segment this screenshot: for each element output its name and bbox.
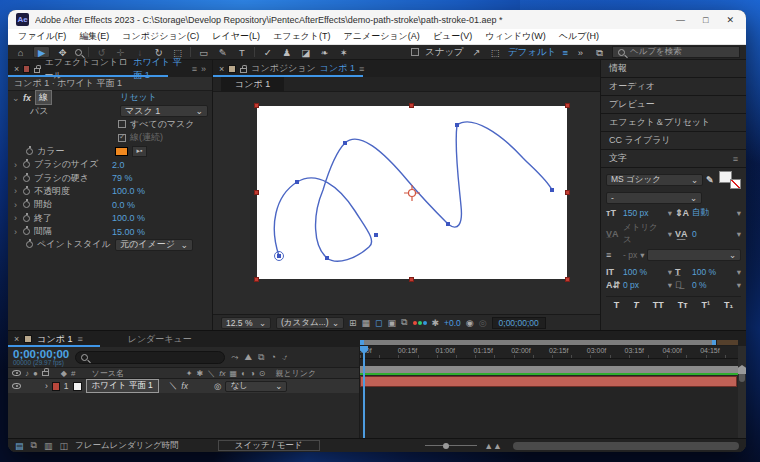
path-vertex[interactable] bbox=[374, 233, 378, 237]
eraser-tool-icon[interactable]: ◪ bbox=[299, 46, 312, 59]
composition-canvas[interactable] bbox=[257, 106, 567, 279]
draft-3d-icon[interactable]: ⛰ bbox=[244, 352, 252, 363]
path-vertex[interactable] bbox=[446, 222, 450, 226]
viewer-tab-comp1[interactable]: コンポ 1 bbox=[221, 77, 284, 92]
horizontal-scrollbar[interactable] bbox=[513, 442, 739, 450]
font-size-value[interactable]: 150 px bbox=[623, 208, 665, 218]
path-vertex[interactable] bbox=[295, 180, 299, 184]
toolbar-overflow-chevron[interactable]: » bbox=[574, 46, 587, 59]
type-tool-icon[interactable]: T bbox=[235, 46, 248, 59]
tsume-value[interactable]: 0 % bbox=[692, 280, 734, 290]
stopwatch-icon[interactable] bbox=[23, 201, 30, 208]
pixel-aspect-icon[interactable]: ↗ bbox=[470, 46, 483, 59]
chevron-down-icon[interactable]: ▾ bbox=[668, 229, 672, 239]
leading-value[interactable]: 自動 bbox=[692, 207, 734, 219]
workspace-menu-icon[interactable]: ≡ bbox=[562, 47, 568, 58]
stopwatch-icon[interactable] bbox=[26, 241, 33, 248]
chevron-down-icon[interactable]: ▾ bbox=[737, 267, 741, 277]
layer-duration-bar[interactable] bbox=[360, 376, 737, 387]
panel-menu-icon[interactable]: ≡ bbox=[192, 64, 197, 74]
paint-style-dropdown[interactable]: 元のイメージ ⌄ bbox=[115, 239, 193, 251]
minimize-button[interactable]: — bbox=[676, 15, 685, 25]
hide-shy-layers-icon[interactable]: ⧉ bbox=[258, 352, 264, 363]
workspace-selector[interactable]: デフォルト bbox=[508, 46, 557, 59]
chevron-down-icon[interactable]: ▾ bbox=[737, 280, 741, 290]
chevron-down-icon[interactable]: ▾ bbox=[668, 267, 672, 277]
effect-name[interactable]: 線 bbox=[35, 90, 52, 105]
region-of-interest-icon[interactable]: ▣ bbox=[388, 318, 397, 328]
menu-layer[interactable]: レイヤー(L) bbox=[212, 30, 260, 43]
parent-dropdown[interactable]: なし ⌄ bbox=[225, 381, 287, 392]
exposure-value[interactable]: +0.0 bbox=[444, 318, 461, 328]
rectangle-tool-icon[interactable]: ▭ bbox=[197, 46, 210, 59]
menu-view[interactable]: ビュー(V) bbox=[433, 30, 472, 43]
layer-row[interactable]: › 1 ホワイト 平面 1 ＼ fx ◎ なし ⌄ bbox=[8, 379, 359, 393]
help-search-field[interactable]: ヘルプを検索 bbox=[612, 46, 740, 58]
selection-handle[interactable] bbox=[565, 190, 570, 195]
region-of-interest-icon[interactable]: ⬚ bbox=[489, 46, 502, 59]
fill-stroke-swatches[interactable] bbox=[719, 171, 741, 189]
timeline-search-field[interactable] bbox=[75, 351, 225, 364]
panel-preview[interactable]: プレビュー bbox=[601, 96, 746, 113]
panel-info[interactable]: 情報 bbox=[601, 60, 746, 77]
layer-fx-icon[interactable]: fx bbox=[181, 381, 188, 391]
path-vertex[interactable] bbox=[277, 254, 281, 258]
grid-guides-icon[interactable]: ⊞ bbox=[349, 318, 357, 328]
current-timecode[interactable]: 0;00;00;00 bbox=[13, 349, 69, 359]
magnification-dropdown[interactable]: 12.5 % ⌄ bbox=[221, 317, 271, 329]
layer-quality-icon[interactable]: ＼ bbox=[169, 380, 178, 392]
mask-path[interactable] bbox=[274, 122, 552, 261]
subscript-button[interactable]: T₁ bbox=[721, 300, 736, 310]
panel-character-header[interactable]: 文字 ≡ bbox=[601, 150, 746, 167]
stopwatch-icon[interactable] bbox=[23, 215, 30, 222]
layer-name[interactable]: ホワイト 平面 1 bbox=[86, 379, 159, 393]
twirl-icon[interactable]: › bbox=[12, 227, 19, 237]
parent-link-column[interactable]: 親とリンク bbox=[275, 368, 316, 379]
graph-editor-icon[interactable]: ⍻ bbox=[282, 352, 287, 363]
property-value[interactable]: 100.0 % bbox=[112, 213, 145, 223]
home-tool-icon[interactable]: ⌂ bbox=[14, 46, 27, 59]
property-value[interactable]: 100.0 % bbox=[112, 186, 145, 196]
lock-icon[interactable] bbox=[34, 68, 40, 73]
stopwatch-icon[interactable] bbox=[23, 228, 30, 235]
render-queue-tab[interactable]: レンダーキュー bbox=[128, 333, 192, 346]
layer-visibility-eye-icon[interactable] bbox=[12, 383, 21, 389]
selection-handle[interactable] bbox=[565, 103, 570, 108]
selection-handle[interactable] bbox=[254, 277, 259, 282]
tab-overflow-chevron[interactable]: » bbox=[201, 64, 206, 74]
stopwatch-icon[interactable] bbox=[23, 175, 30, 182]
chevron-down-icon[interactable]: ▾ bbox=[640, 250, 644, 260]
layer-twirl-icon[interactable]: › bbox=[45, 381, 48, 391]
property-value[interactable]: 0.0 % bbox=[112, 200, 135, 210]
preview-timecode[interactable]: 0;00;00;00 bbox=[492, 317, 546, 329]
twirl-icon[interactable]: › bbox=[12, 200, 19, 210]
stroke-width-value[interactable]: - px bbox=[623, 250, 637, 260]
panel-close-icon[interactable]: × bbox=[219, 64, 224, 74]
stroke-color-swatch[interactable] bbox=[115, 147, 128, 156]
chevron-down-icon[interactable]: ▾ bbox=[668, 280, 672, 290]
snap-checkbox[interactable] bbox=[411, 48, 419, 56]
mask-visibility-icon[interactable]: ◻ bbox=[375, 318, 382, 328]
panel-close-icon[interactable]: × bbox=[14, 334, 19, 344]
clone-stamp-tool-icon[interactable]: ♟ bbox=[280, 46, 293, 59]
panel-menu-icon[interactable]: ≡ bbox=[733, 154, 738, 164]
menu-help[interactable]: ヘルプ(H) bbox=[559, 30, 599, 43]
panel-menu-icon[interactable]: ≡ bbox=[77, 334, 82, 344]
vertical-scrollbar[interactable] bbox=[738, 346, 746, 438]
frame-blending-icon[interactable]: ◔ bbox=[270, 352, 275, 362]
property-value[interactable]: 2.0 bbox=[112, 160, 125, 170]
chevron-down-icon[interactable]: ▾ bbox=[737, 208, 741, 218]
eyedropper-icon[interactable]: ▸▪ bbox=[132, 146, 147, 157]
font-style-dropdown[interactable]: - ⌄ bbox=[606, 192, 702, 204]
path-vertex[interactable] bbox=[455, 123, 459, 127]
layer-label-chip[interactable] bbox=[52, 382, 60, 391]
lock-icon[interactable] bbox=[240, 68, 247, 73]
twirl-icon[interactable]: › bbox=[12, 213, 19, 223]
path-vertex[interactable] bbox=[550, 188, 554, 192]
chevron-down-icon[interactable]: ▾ bbox=[737, 229, 741, 239]
path-vertex[interactable] bbox=[325, 256, 329, 260]
parent-pickwhip-icon[interactable]: ◎ bbox=[214, 381, 221, 391]
transparency-grid-icon[interactable]: ▦ bbox=[362, 318, 371, 328]
switches-modes-toggle[interactable]: スイッチ / モード bbox=[218, 440, 320, 451]
horizontal-scale-value[interactable]: 100 % bbox=[692, 267, 734, 277]
